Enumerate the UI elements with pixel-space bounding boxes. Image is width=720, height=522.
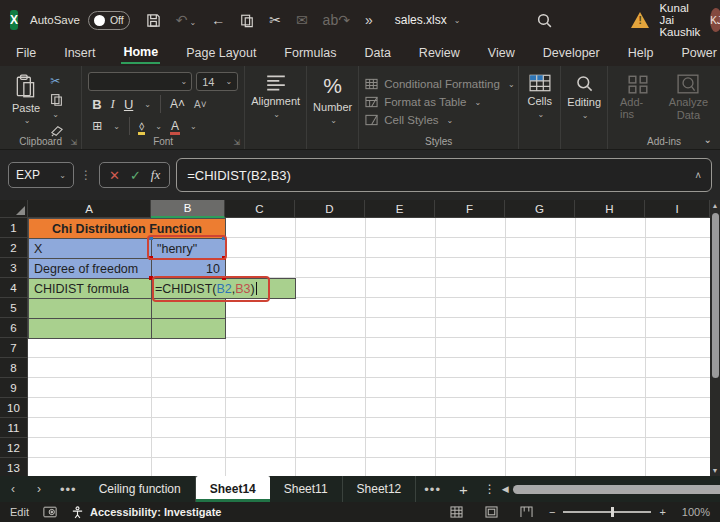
column-header-i[interactable]: I [645, 200, 710, 218]
select-all-button[interactable] [0, 200, 28, 218]
new-sheet-button[interactable]: + [449, 481, 478, 498]
user-name[interactable]: Kunal Jai Kaushik [659, 2, 700, 38]
cut-button[interactable]: ✂ [50, 74, 64, 88]
bold-button[interactable]: B [92, 97, 101, 112]
tab-home[interactable]: Home [121, 42, 160, 64]
document-title[interactable]: sales.xlsx ⌄ [395, 13, 461, 27]
font-name-select[interactable]: ⌄ [88, 72, 192, 91]
row-header[interactable]: 9 [0, 378, 28, 398]
collapse-ribbon-icon[interactable]: ⌄ [704, 134, 712, 145]
name-box[interactable]: EXP ⌄ [8, 162, 74, 188]
row-header[interactable]: 8 [0, 358, 28, 378]
expand-formula-bar-icon[interactable]: ˄ [695, 170, 701, 181]
number-group-button[interactable]: % Number ⌄ [307, 66, 359, 149]
cell-a4[interactable]: CHIDIST formula [28, 278, 152, 299]
horizontal-scrollbar[interactable]: ◀ ▶ [502, 484, 720, 494]
format-as-table-button[interactable]: Format as Table ⌄ [365, 96, 514, 108]
borders-chevron-icon[interactable]: ⌄ [113, 122, 120, 131]
cells-group-button[interactable]: Cells ⌄ [519, 66, 561, 149]
page-layout-view-icon[interactable] [485, 506, 498, 518]
row-header[interactable]: 13 [0, 458, 28, 476]
column-header-c[interactable]: C [225, 200, 295, 218]
search-icon[interactable] [536, 12, 553, 29]
fill-color-button[interactable]: ⬨ [139, 119, 144, 133]
save-icon[interactable] [146, 13, 161, 28]
increase-font-button[interactable]: A˄ [170, 97, 185, 111]
scroll-up-icon[interactable]: ▲ [710, 202, 720, 209]
cell-a5[interactable] [28, 298, 152, 319]
column-header-a[interactable]: A [28, 200, 151, 218]
zoom-slider[interactable] [563, 511, 651, 513]
scroll-down-icon[interactable]: ▼ [710, 467, 720, 474]
column-header-d[interactable]: D [295, 200, 365, 218]
font-size-select[interactable]: 14 ⌄ [196, 72, 238, 91]
back-arrow-icon[interactable]: ← [211, 13, 225, 27]
analyze-data-button[interactable]: Analyze Data [663, 72, 714, 123]
decrease-font-button[interactable]: A˅ [194, 99, 207, 110]
copy-icon[interactable] [240, 13, 254, 28]
cut-icon[interactable]: ✂ [269, 13, 281, 27]
accessibility-status[interactable]: Accessibility: Investigate [71, 506, 221, 519]
paste-button[interactable]: Paste ⌄ [6, 72, 46, 127]
zoom-out-button[interactable]: − [549, 506, 555, 518]
cell-a6[interactable] [28, 318, 152, 339]
tab-review[interactable]: Review [417, 43, 462, 63]
column-header-e[interactable]: E [365, 200, 435, 218]
addins-button[interactable]: Add-ins [614, 72, 663, 122]
sheet-tab-sheet11[interactable]: Sheet11 [270, 476, 343, 502]
warning-icon[interactable]: ! [631, 12, 649, 28]
tab-data[interactable]: Data [362, 43, 392, 63]
row-header[interactable]: 4 [0, 278, 28, 298]
tab-developer[interactable]: Developer [541, 43, 602, 63]
qat-overflow-icon[interactable]: » [365, 13, 373, 27]
all-sheets-icon[interactable]: ••• [52, 482, 85, 497]
editing-group-button[interactable]: Editing ⌄ [561, 66, 608, 149]
zoom-in-button[interactable]: + [659, 506, 665, 518]
redo-typing-icon[interactable]: ab↷ [323, 13, 350, 27]
row-header[interactable]: 5 [0, 298, 28, 318]
row-header[interactable]: 3 [0, 258, 28, 278]
row-header[interactable]: 11 [0, 418, 28, 438]
avatar[interactable]: KJ [710, 8, 720, 32]
tab-help[interactable]: Help [626, 43, 656, 63]
row-header[interactable]: 6 [0, 318, 28, 338]
conditional-formatting-button[interactable]: Conditional Formatting ⌄ [365, 78, 514, 90]
prev-sheet-icon[interactable]: ‹ [0, 482, 26, 496]
horizontal-scroll-thumb[interactable] [513, 485, 720, 494]
cell-styles-button[interactable]: Cell Styles ⌄ [365, 114, 514, 126]
page-break-view-icon[interactable] [520, 506, 533, 518]
underline-button[interactable]: U [124, 97, 133, 112]
tab-insert[interactable]: Insert [62, 43, 97, 63]
tab-page-layout[interactable]: Page Layout [184, 43, 258, 63]
row-header[interactable]: 12 [0, 438, 28, 458]
column-header-h[interactable]: H [575, 200, 645, 218]
next-sheet-icon[interactable]: › [26, 482, 52, 496]
normal-view-icon[interactable] [450, 506, 463, 518]
italic-button[interactable]: I [111, 96, 115, 112]
cell-a3[interactable]: Degree of freedom [28, 258, 152, 279]
insert-function-button[interactable]: fx [151, 167, 160, 183]
column-header-g[interactable]: G [505, 200, 575, 218]
tab-options-icon[interactable]: ⋮ [478, 482, 502, 496]
column-header-b[interactable]: B [151, 200, 225, 218]
row-header[interactable]: 2 [0, 238, 28, 258]
formula-input[interactable]: =CHIDIST(B2,B3) ˄ [176, 158, 712, 192]
fill-chevron-icon[interactable]: ⌄ [155, 122, 162, 131]
clipboard-dialog-launcher-icon[interactable]: ⇲ [70, 138, 77, 147]
enter-entry-button[interactable]: ✓ [130, 168, 141, 183]
undo-icon[interactable]: ↶⌄ [176, 13, 196, 27]
font-color-chevron-icon[interactable]: ⌄ [190, 122, 197, 131]
sheet-tab-sheet12[interactable]: Sheet12 [343, 476, 417, 502]
macro-record-icon[interactable] [43, 506, 57, 518]
tab-formulas[interactable]: Formulas [282, 43, 338, 63]
borders-button[interactable]: ⊞ [92, 119, 102, 133]
cell-a2[interactable]: X [28, 238, 152, 259]
vertical-scrollbar[interactable]: ▲ ▼ [710, 200, 720, 476]
sheet-tab-ceiling-function[interactable]: Ceiling function [85, 476, 196, 502]
vertical-scroll-thumb[interactable] [712, 213, 719, 378]
row-header[interactable]: 10 [0, 398, 28, 418]
more-sheets-icon[interactable]: ••• [416, 482, 449, 497]
scroll-left-icon[interactable]: ◀ [502, 484, 509, 494]
underline-chevron-icon[interactable]: ⌄ [144, 100, 151, 109]
tab-view[interactable]: View [486, 43, 517, 63]
